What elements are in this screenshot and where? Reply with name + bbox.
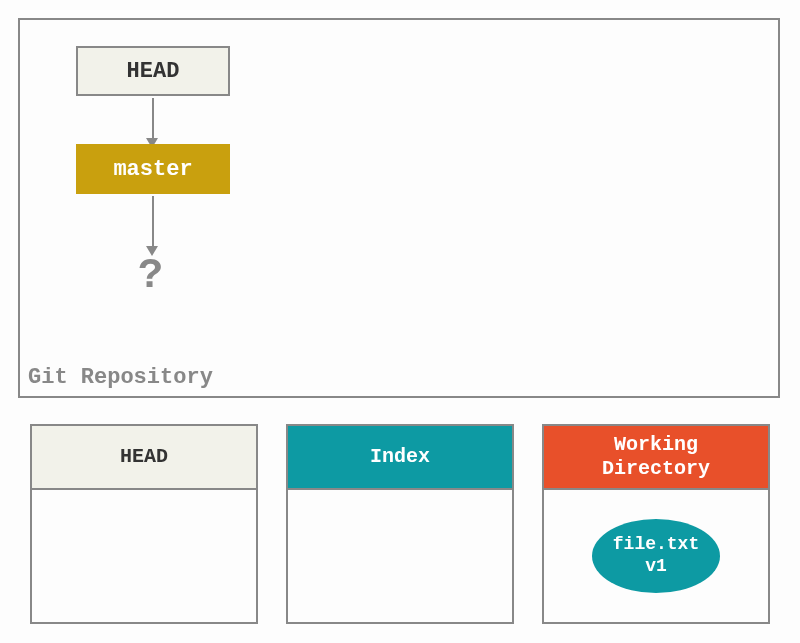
- index-column-body: [286, 490, 514, 624]
- head-ref-box: HEAD: [76, 46, 230, 96]
- trees-row: HEAD Index Working Directory file.txt v1: [30, 424, 770, 624]
- arrow-master-to-unknown: [152, 196, 154, 248]
- git-repository-label: Git Repository: [28, 365, 213, 390]
- index-column: Index: [286, 424, 514, 624]
- working-directory-column-label: Working Directory: [602, 433, 710, 481]
- working-directory-column-header: Working Directory: [542, 424, 770, 490]
- index-column-label: Index: [370, 445, 430, 469]
- head-ref-label: HEAD: [127, 59, 180, 84]
- working-directory-column: Working Directory file.txt v1: [542, 424, 770, 624]
- working-directory-column-body: file.txt v1: [542, 490, 770, 624]
- file-name: file.txt: [613, 534, 699, 556]
- master-branch-label: master: [113, 157, 192, 182]
- head-column-body: [30, 490, 258, 624]
- head-column: HEAD: [30, 424, 258, 624]
- unknown-commit-marker: ?: [138, 252, 163, 300]
- head-column-label: HEAD: [120, 445, 168, 469]
- file-version: v1: [645, 556, 667, 578]
- index-column-header: Index: [286, 424, 514, 490]
- master-branch-box: master: [76, 144, 230, 194]
- git-repository-box: HEAD master ? Git Repository: [18, 18, 780, 398]
- arrow-head-to-master: [152, 98, 154, 140]
- head-column-header: HEAD: [30, 424, 258, 490]
- file-blob: file.txt v1: [592, 519, 720, 593]
